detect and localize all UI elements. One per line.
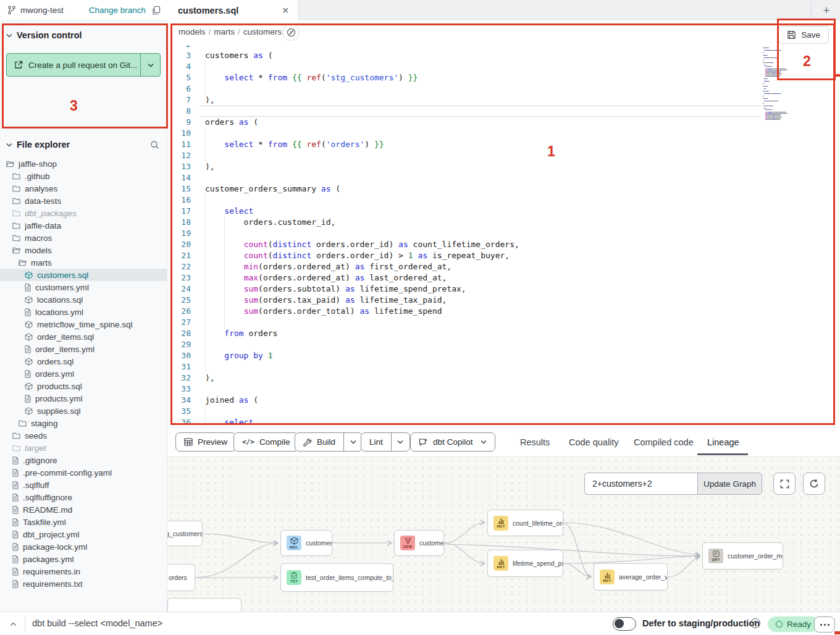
preview-button[interactable]: Preview	[175, 432, 236, 452]
tree-item-locations.sql[interactable]: locations.sql	[0, 293, 167, 306]
tree-item-data-tests[interactable]: data-tests	[0, 195, 167, 207]
help-icon[interactable]: ?	[750, 618, 760, 628]
new-tab-button[interactable]: +	[819, 3, 834, 18]
model-icon	[25, 358, 33, 366]
pr-options-caret[interactable]	[140, 54, 160, 76]
tree-item-label: jaffle-shop	[19, 159, 57, 169]
tree-item-customers.yml[interactable]: customers.yml	[0, 281, 167, 293]
code-line-15: 15customer_orders_summary as (	[167, 183, 840, 195]
more-options-button[interactable]	[814, 616, 835, 633]
lineage-node-orders[interactable]: orders	[167, 564, 195, 591]
tree-item-.sqlfluffignore[interactable]: .sqlfluffignore	[0, 491, 167, 503]
fullscreen-icon[interactable]	[773, 473, 796, 495]
lint-label: Lint	[369, 437, 383, 447]
tree-item-models[interactable]: models	[0, 244, 167, 256]
tree-item-marts[interactable]: marts	[0, 256, 167, 269]
tree-item-jaffle-shop[interactable]: jaffle-shop	[0, 158, 167, 170]
tree-item-Taskfile.yml[interactable]: Taskfile.yml	[0, 516, 167, 528]
file-tree: jaffle-shop.githubanalysesdata-testsdbt_…	[0, 158, 167, 590]
tree-item-dbt_project.yml[interactable]: dbt_project.yml	[0, 528, 167, 540]
tree-item-.sqlfluff[interactable]: .sqlfluff	[0, 479, 167, 491]
met-badge-icon: MET	[494, 516, 508, 531]
tab-code-quality[interactable]: Code quality	[569, 428, 619, 456]
file-icon	[25, 370, 31, 378]
build-label: Build	[317, 437, 335, 447]
code-line-19: 19	[167, 228, 840, 239]
tree-item-dbt_packages[interactable]: dbt_packages	[0, 207, 167, 219]
lineage-selector-input[interactable]	[584, 473, 697, 495]
chevron-up-icon[interactable]	[6, 618, 20, 630]
save-button[interactable]: Save	[778, 26, 829, 44]
tree-item-supplies.sql[interactable]: supplies.sql	[0, 405, 167, 417]
folder-icon	[6, 160, 14, 167]
file-explorer-header[interactable]: File explorer	[0, 137, 167, 152]
tree-item-requirements.txt[interactable]: requirements.txt	[0, 578, 167, 590]
change-branch-link[interactable]: Change branch	[89, 6, 146, 15]
breadcrumb-item[interactable]: marts	[214, 27, 235, 36]
tree-item-label: marts	[31, 258, 52, 267]
lineage-node-count_lifetime_orders[interactable]: METcount_lifetime_orders	[487, 510, 563, 536]
tree-item-analyses[interactable]: analyses	[0, 182, 167, 195]
breadcrumb-bar: models/marts/customers.sql Save	[167, 20, 840, 45]
tree-item-order_items.yml[interactable]: order_items.yml	[0, 343, 167, 355]
code-icon: </>	[242, 438, 254, 446]
tree-item-packages.yml[interactable]: packages.yml	[0, 553, 167, 565]
lint-options-caret[interactable]	[391, 433, 410, 451]
create-pr-button[interactable]: Create a pull request on Git...	[6, 53, 161, 77]
tree-item-metricflow_time_spine.sql[interactable]: metricflow_time_spine.sql	[0, 318, 167, 330]
code-editor[interactable]: 23customers as (45 select * from {{ ref(…	[167, 45, 840, 427]
version-control-header[interactable]: Version control	[0, 28, 167, 43]
lineage-node-partial[interactable]	[167, 598, 242, 612]
tree-item-.pre-commit-config.yaml[interactable]: .pre-commit-config.yaml	[0, 466, 167, 479]
compass-icon[interactable]	[282, 23, 300, 41]
refresh-icon[interactable]	[803, 473, 825, 495]
tree-item-jaffle-data[interactable]: jaffle-data	[0, 219, 167, 232]
tree-item-.github[interactable]: .github	[0, 170, 167, 182]
tree-item-locations.yml[interactable]: locations.yml	[0, 306, 167, 318]
tab-results[interactable]: Results	[520, 428, 550, 456]
tree-item-macros[interactable]: macros	[0, 232, 167, 244]
tab-lineage[interactable]: Lineage	[707, 428, 739, 456]
update-graph-button[interactable]: Update Graph	[697, 473, 762, 495]
build-button[interactable]: Build	[295, 432, 363, 452]
tree-item-.gitignore[interactable]: .gitignore	[0, 454, 167, 466]
lineage-node-lifetime_spend_pretax[interactable]: METlifetime_spend_pretax	[487, 550, 563, 577]
breadcrumb-item[interactable]: models	[178, 27, 206, 36]
tree-item-order_items.sql[interactable]: order_items.sql	[0, 330, 167, 343]
lineage-node-label: lifetime_spend_pretax	[513, 560, 563, 567]
lineage-node-customer_order_metrics[interactable]: QRYcustomer_order_metrics	[702, 542, 783, 570]
lineage-node-customers[interactable]: MDLcustomers	[280, 530, 332, 556]
tree-item-orders.sql[interactable]: orders.sql	[0, 355, 167, 368]
lint-button[interactable]: Lint	[361, 432, 410, 452]
lineage-node-average_order_value[interactable]: METaverage_order_value	[594, 563, 668, 591]
tree-item-orders.yml[interactable]: orders.yml	[0, 368, 167, 380]
tree-item-seeds[interactable]: seeds	[0, 429, 167, 442]
dbt-copilot-button[interactable]: dbt Copilot	[410, 432, 495, 452]
lineage-node-customers[interactable]: SEMcustomers	[394, 530, 444, 556]
file-icon	[12, 555, 19, 563]
tab-compiled-code[interactable]: Compiled code	[634, 428, 694, 456]
code-line-18: 18 orders.customer_id,	[167, 217, 840, 228]
tree-item-requirements.in[interactable]: requirements.in	[0, 565, 167, 578]
close-tab-icon[interactable]: ✕	[282, 6, 289, 15]
tree-item-label: packages.yml	[23, 555, 74, 564]
tree-item-package-lock.yml[interactable]: package-lock.yml	[0, 540, 167, 553]
tree-item-customers.sql[interactable]: customers.sql	[0, 269, 167, 281]
tree-item-target[interactable]: target	[0, 442, 167, 454]
tree-item-products.yml[interactable]: products.yml	[0, 392, 167, 405]
tab-customers-sql[interactable]: customers.sql ✕	[167, 0, 298, 20]
tree-item-staging[interactable]: staging	[0, 417, 167, 429]
tree-item-label: requirements.txt	[23, 579, 83, 589]
command-input[interactable]: dbt build --select <model_name>	[32, 618, 162, 628]
copy-icon[interactable]	[152, 6, 161, 15]
tree-item-label: seeds	[25, 431, 47, 440]
defer-toggle[interactable]	[613, 617, 636, 631]
tree-item-products.sql[interactable]: products.sql	[0, 380, 167, 392]
lineage-node-test_order_items_compute_to_bools[interactable]: TSTtest_order_items_compute_to_bools...	[280, 563, 393, 592]
compile-button[interactable]: </>Compile	[233, 432, 298, 452]
search-icon[interactable]	[150, 140, 159, 149]
tree-item-README.md[interactable]: README.md	[0, 503, 167, 516]
lineage-node-stg_customers[interactable]: stg_customers	[167, 521, 203, 546]
build-options-caret[interactable]	[343, 433, 362, 451]
tree-item-label: Taskfile.yml	[23, 518, 66, 527]
